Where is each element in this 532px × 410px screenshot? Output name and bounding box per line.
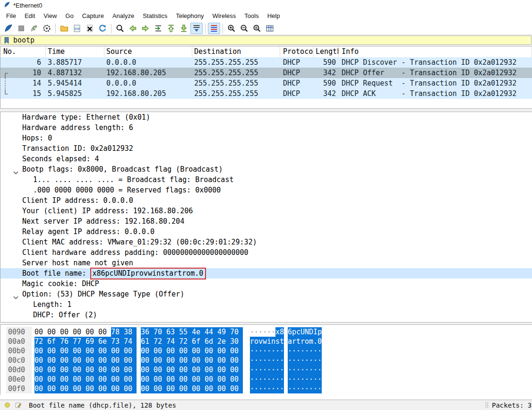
detail-text: Length: 1 (33, 300, 71, 309)
expert-info-icon[interactable] (4, 401, 11, 409)
menu-capture[interactable]: Capture (78, 10, 108, 22)
capture-options-button[interactable] (41, 23, 53, 34)
menu-analyze[interactable]: Analyze (108, 10, 138, 22)
hex-byte: 00 (205, 356, 217, 365)
cell-protocol: DHCP (280, 88, 314, 99)
detail-line[interactable]: Magic cookie: DHCP (0, 279, 532, 289)
go-back-button[interactable] (127, 23, 139, 34)
packet-list-header[interactable]: No.TimeSourceDestinationProtocolLengthIn… (0, 46, 532, 57)
go-to-first-button[interactable] (165, 23, 177, 34)
packet-row-6[interactable]: 63.8857170.0.0.0255.255.255.255DHCP590DH… (0, 57, 532, 68)
zoom-out-button[interactable] (238, 23, 250, 34)
packet-row-15[interactable]: 155.945825192.168.80.205255.255.255.255D… (0, 88, 532, 99)
column-header-destination[interactable]: Destination (192, 46, 280, 57)
detail-line[interactable]: Bootp flags: 0x8000, Broadcast flag (Bro… (0, 164, 532, 174)
open-file-button[interactable] (58, 23, 70, 34)
stop-capture-button[interactable] (15, 23, 27, 34)
ascii-char: · (296, 384, 300, 393)
menu-help[interactable]: Help (263, 10, 284, 22)
display-filter-input[interactable]: bootp (0, 35, 532, 45)
ascii-char: · (254, 384, 258, 393)
status-separator[interactable] (486, 402, 488, 408)
menu-telephony[interactable]: Telephony (172, 10, 208, 22)
ascii-char: · (263, 375, 267, 384)
detail-line[interactable]: Client MAC address: VMware_01:29:32 (00:… (0, 237, 532, 247)
menu-wireless[interactable]: Wireless (208, 10, 240, 22)
column-header-length[interactable]: Length (314, 46, 339, 57)
bookmark-icon[interactable] (3, 36, 10, 44)
hex-row-00e0[interactable]: 00e000000000000000000000000000000000····… (0, 375, 532, 384)
detail-line[interactable]: Option: (53) DHCP Message Type (Offer) (0, 289, 532, 299)
packet-detail-pane: Hardware type: Ethernet (0x01)Hardware a… (0, 112, 532, 322)
menu-statistics[interactable]: Statistics (138, 10, 172, 22)
find-packet-button[interactable] (114, 23, 126, 34)
save-file-button[interactable]: 010 (71, 23, 83, 34)
packet-row-14[interactable]: 145.9454140.0.0.0255.255.255.255DHCP590D… (0, 78, 532, 88)
packet-rows: 63.8857170.0.0.0255.255.255.255DHCP590DH… (0, 57, 532, 99)
close-file-button[interactable] (84, 23, 96, 34)
detail-line[interactable]: Client hardware address padding: 0000000… (0, 247, 532, 258)
detail-line[interactable]: Boot file name: x86pcUNDIprovwinstartrom… (0, 268, 532, 279)
pane-splitter-top[interactable] (0, 108, 532, 112)
column-header-protocol[interactable]: Protocol (280, 46, 314, 57)
detail-line[interactable]: Client IP address: 0.0.0.0 (0, 195, 532, 206)
detail-line[interactable]: Seconds elapsed: 4 (0, 154, 532, 164)
column-header-info[interactable]: Info (339, 46, 532, 57)
detail-line[interactable]: Your (client) IP address: 192.168.80.206 (0, 206, 532, 216)
cell-time: 3.885717 (46, 57, 104, 68)
menu-edit[interactable]: Edit (20, 10, 39, 22)
hex-row-00c0[interactable]: 00c000000000000000000000000000000000····… (0, 356, 532, 365)
detail-text: Relay agent IP address: 0.0.0.0 (22, 227, 154, 236)
capture-comment-icon[interactable] (15, 401, 22, 409)
start-capture-button[interactable] (2, 23, 15, 34)
ascii-char: · (309, 384, 313, 393)
detail-line[interactable]: Transaction ID: 0x2a012932 (0, 143, 532, 154)
menu-tools[interactable]: Tools (240, 10, 263, 22)
detail-line[interactable]: .000 0000 0000 0000 = Reserved flags: 0x… (0, 185, 532, 195)
zoom-in-button[interactable] (225, 23, 238, 34)
detail-line[interactable]: Hops: 0 (0, 133, 532, 143)
title-bar[interactable]: *Ethernet0 (0, 0, 532, 10)
hex-row-0090[interactable]: 00900000000000007838367063554e444970····… (0, 327, 532, 337)
menu-file[interactable]: File (2, 10, 20, 22)
ascii-char: · (275, 375, 280, 384)
ascii-char: · (305, 356, 309, 365)
resize-columns-button[interactable] (264, 23, 276, 34)
ascii-char: · (258, 365, 263, 375)
restart-capture-button[interactable] (28, 23, 40, 34)
hex-row-00d0[interactable]: 00d000000000000000000000000000000000····… (0, 365, 532, 375)
go-to-packet-button[interactable] (152, 23, 164, 34)
detail-line[interactable]: Hardware type: Ethernet (0x01) (0, 112, 532, 122)
hex-row-00a0[interactable]: 00a0726f7677696e7374617274726f6d2e30rovw… (0, 337, 532, 346)
detail-line[interactable]: 1... .... .... .... = Broadcast flag: Br… (0, 174, 532, 185)
detail-line[interactable]: DHCP: Offer (2) (0, 310, 532, 320)
colorize-button[interactable] (208, 23, 220, 34)
ascii-char: · (317, 384, 322, 393)
hex-byte: 00 (73, 365, 86, 375)
detail-line[interactable]: Server host name not given (0, 258, 532, 268)
hex-byte: 00 (179, 346, 192, 356)
go-to-packet-icon (154, 24, 163, 33)
menu-view[interactable]: View (39, 10, 61, 22)
zoom-original-button[interactable] (251, 23, 263, 34)
menu-go[interactable]: Go (61, 10, 77, 22)
column-header-source[interactable]: Source (104, 46, 192, 57)
ascii-char: · (305, 346, 309, 356)
detail-line[interactable]: Length: 1 (0, 299, 532, 310)
hex-byte: 00 (230, 356, 243, 365)
packet-row-10[interactable]: 104.887132192.168.80.205255.255.255.255D… (0, 68, 532, 78)
go-to-last-button[interactable] (178, 23, 190, 34)
detail-line[interactable]: Relay agent IP address: 0.0.0.0 (0, 227, 532, 237)
hex-row-00b0[interactable]: 00b000000000000000000000000000000000····… (0, 346, 532, 356)
reload-file-button[interactable] (96, 23, 109, 34)
auto-scroll-button[interactable] (190, 23, 203, 34)
cell-info: DHCP Discover - Transaction ID 0x2a01293… (339, 57, 532, 68)
column-header-no[interactable]: No. (0, 46, 46, 57)
hex-byte: 6e (98, 337, 111, 346)
hex-row-00f0[interactable]: 00f000000000000000000000000000000000····… (0, 384, 532, 393)
go-forward-button[interactable] (139, 23, 152, 34)
column-header-time[interactable]: Time (46, 46, 104, 57)
detail-line[interactable]: Hardware address length: 6 (0, 122, 532, 133)
ascii-char: · (292, 356, 296, 365)
detail-line[interactable]: Next server IP address: 192.168.80.204 (0, 216, 532, 227)
